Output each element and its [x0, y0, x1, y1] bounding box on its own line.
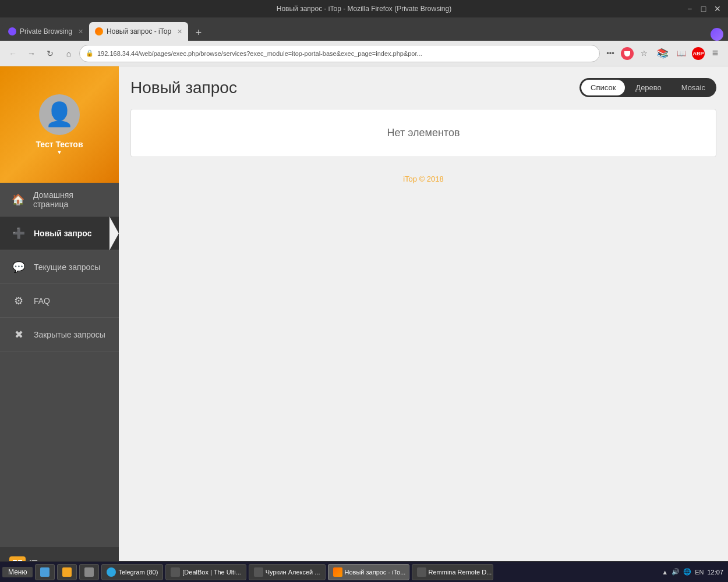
tab-itop[interactable]: Новый запрос - iTop ✕ — [89, 22, 188, 41]
tabs-bar: Private Browsing ✕ Новый запрос - iTop ✕… — [0, 17, 728, 41]
page-title: Новый запрос — [130, 79, 237, 97]
sidebar: 👤 Тест Тестов ▼ 🏠 Домашняя страница ➕ Но… — [0, 66, 119, 582]
bookmarks-library-button[interactable]: 📚 — [655, 45, 671, 62]
sys-tray-up-icon: ▲ — [662, 569, 668, 576]
taskbar-new-request-label: Новый запрос - iTo... — [345, 569, 406, 576]
sidebar-item-faq[interactable]: ⚙ FAQ — [0, 284, 119, 318]
firefox-profile-icon — [711, 28, 728, 41]
bookmark-button[interactable]: ☆ — [636, 45, 652, 62]
taskbar-item-telegram[interactable]: Telegram (80) — [101, 564, 163, 580]
sidebar-item-closed-requests[interactable]: ✖ Закрытые запросы — [0, 318, 119, 352]
taskbar-item-remmina[interactable]: Remmina Remote D... — [412, 564, 493, 580]
title-bar-text: Новый запрос - iTop - Mozilla Firefox (P… — [0, 5, 728, 13]
faq-icon: ⚙ — [12, 294, 26, 308]
tab-label-private: Private Browsing — [20, 27, 72, 36]
more-button[interactable]: ••• — [602, 45, 619, 62]
sys-tray-sound-icon: 🔊 — [672, 568, 680, 576]
view-toggle: Список Дерево Mosaic — [579, 78, 716, 97]
taskbar-churkin-label: Чуркин Алексей ... — [266, 569, 320, 576]
sidebar-item-new-request-label: Новый запрос — [34, 229, 91, 238]
user-name: Тест Тестов — [36, 140, 83, 149]
nav-actions: ••• ☆ 📚 📖 ABP ≡ — [602, 45, 723, 62]
address-bar[interactable]: 🔒 192.168.34.44/web/pages/exec.php/brows… — [79, 45, 600, 62]
home-button[interactable]: ⌂ — [61, 45, 77, 62]
page-header: Новый запрос Список Дерево Mosaic — [130, 78, 716, 97]
taskbar: Меню Telegram (80) [DealBox | The Ulti..… — [0, 561, 728, 582]
empty-message: Нет элементов — [387, 127, 460, 139]
maximize-button[interactable]: □ — [699, 4, 708, 13]
sidebar-nav: 🏠 Домашняя страница ➕ Новый запрос 💬 Тек… — [0, 183, 119, 547]
taskbar-item-churkin[interactable]: Чуркин Алексей ... — [249, 564, 326, 580]
tab-close-itop[interactable]: ✕ — [177, 28, 182, 36]
closed-requests-icon: ✖ — [12, 328, 26, 342]
sidebar-item-faq-label: FAQ — [34, 296, 50, 306]
avatar: 👤 — [39, 94, 80, 135]
tab-private[interactable]: Private Browsing ✕ — [2, 22, 89, 41]
new-request-taskbar-icon — [333, 567, 342, 577]
back-button[interactable]: ← — [5, 45, 21, 62]
taskbar-start-button[interactable]: Меню — [2, 567, 33, 577]
new-request-icon: ➕ — [12, 226, 26, 240]
sys-tray-network-icon: 🌐 — [683, 568, 691, 576]
view-mosaic-button[interactable]: Mosaic — [672, 80, 715, 95]
churkin-icon — [254, 567, 263, 577]
settings-icon — [84, 567, 94, 577]
sidebar-item-home-label: Домашняя страница — [33, 190, 107, 209]
taskbar-item-folder[interactable] — [57, 564, 77, 580]
reader-view-button[interactable]: 📖 — [673, 45, 690, 62]
taskbar-item-dealbox[interactable]: [DealBox | The Ulti... — [165, 564, 246, 580]
taskbar-item-new-request[interactable]: Новый запрос - iTo... — [328, 564, 409, 580]
content-box: Нет элементов — [130, 109, 716, 157]
minimize-button[interactable]: − — [685, 4, 694, 13]
pocket-button[interactable] — [621, 47, 634, 60]
profile-avatar-icon — [711, 28, 723, 41]
sidebar-item-home[interactable]: 🏠 Домашняя страница — [0, 183, 119, 217]
taskbar-clock: 12:07 — [707, 569, 723, 576]
file-manager-icon — [40, 567, 50, 577]
taskbar-dealbox-label: [DealBox | The Ulti... — [182, 569, 241, 576]
sidebar-header: 👤 Тест Тестов ▼ — [0, 66, 119, 183]
taskbar-right: ▲ 🔊 🌐 EN 12:07 — [662, 568, 726, 576]
sidebar-item-new-request[interactable]: ➕ Новый запрос — [0, 217, 119, 250]
home-icon: 🏠 — [12, 193, 25, 207]
adblock-plus-button[interactable]: ABP — [692, 47, 705, 60]
taskbar-item-settings[interactable] — [79, 564, 99, 580]
user-name-container[interactable]: Тест Тестов ▼ — [36, 140, 83, 155]
forward-button[interactable]: → — [23, 45, 40, 62]
nav-bar: ← → ↻ ⌂ 🔒 192.168.34.44/web/pages/exec.p… — [0, 41, 728, 66]
content-area: 👤 Тест Тестов ▼ 🏠 Домашняя страница ➕ Но… — [0, 66, 728, 582]
sidebar-item-current-requests-label: Текущие запросы — [34, 262, 100, 272]
new-tab-button[interactable]: + — [190, 24, 207, 41]
address-text: 192.168.34.44/web/pages/exec.php/browse/… — [97, 50, 593, 57]
user-dropdown-arrow: ▼ — [36, 149, 83, 155]
title-bar: Новый запрос - iTop - Mozilla Firefox (P… — [0, 0, 728, 17]
reload-button[interactable]: ↻ — [42, 45, 58, 62]
view-tree-button[interactable]: Дерево — [626, 80, 670, 95]
taskbar-telegram-label: Telegram (80) — [118, 569, 158, 576]
lock-icon: 🔒 — [86, 49, 94, 57]
footer: iTop © 2018 — [130, 175, 716, 183]
remmina-icon — [417, 567, 426, 577]
sidebar-item-current-requests[interactable]: 💬 Текущие запросы — [0, 250, 119, 284]
dealbox-icon — [171, 567, 180, 577]
private-icon — [8, 27, 16, 36]
tab-label-itop: Новый запрос - iTop — [107, 27, 171, 36]
tab-itop-icon — [95, 27, 103, 36]
folder-icon — [62, 567, 72, 577]
close-button[interactable]: ✕ — [713, 4, 722, 13]
main-content: Новый запрос Список Дерево Mosaic Нет эл… — [119, 66, 728, 582]
telegram-icon — [107, 567, 116, 577]
window-controls: − □ ✕ — [685, 4, 722, 13]
footer-text: iTop © 2018 — [403, 175, 444, 183]
view-list-button[interactable]: Список — [581, 80, 625, 95]
taskbar-item-file-manager[interactable] — [35, 564, 55, 580]
sys-tray-lang: EN — [695, 569, 704, 576]
menu-button[interactable]: ≡ — [707, 45, 723, 62]
tab-close-private[interactable]: ✕ — [78, 28, 83, 36]
current-requests-icon: 💬 — [12, 260, 26, 274]
sidebar-item-closed-requests-label: Закрытые запросы — [34, 330, 105, 339]
avatar-icon: 👤 — [45, 101, 74, 128]
browser-window: Новый запрос - iTop - Mozilla Firefox (P… — [0, 0, 728, 582]
taskbar-remmina-label: Remmina Remote D... — [429, 569, 492, 576]
